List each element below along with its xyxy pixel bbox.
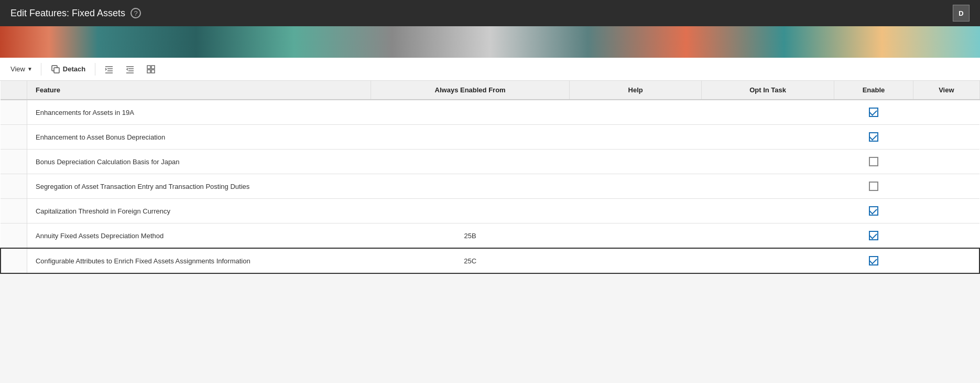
opt-in-task-cell [702, 125, 834, 150]
col-enable-header: Enable [834, 81, 913, 100]
opt-in-task-cell [702, 174, 834, 199]
toolbar: View ▼ Detach [0, 58, 980, 81]
help-cell [569, 199, 701, 224]
enable-checkbox[interactable] [869, 256, 878, 265]
svg-rect-1 [54, 68, 59, 73]
outdent-icon-button[interactable] [123, 62, 137, 77]
toolbar-separator-1 [41, 63, 41, 76]
help-cell [569, 100, 701, 125]
table-row: Configurable Attributes to Enrich Fixed … [1, 248, 979, 273]
enable-cell[interactable] [834, 100, 913, 125]
feature-name: Enhancements for Assets in 19A [27, 100, 371, 125]
opt-in-task-cell [702, 199, 834, 224]
col-view-header: View [913, 81, 979, 100]
svg-rect-12 [147, 70, 150, 73]
always-enabled-from [371, 150, 570, 174]
enable-checkbox[interactable] [869, 231, 878, 240]
help-cell [569, 174, 701, 199]
row-number [1, 150, 27, 174]
feature-name: Annuity Fixed Assets Depreciation Method [27, 224, 371, 249]
opt-in-task-cell [702, 224, 834, 249]
view-label: View [10, 65, 25, 73]
opt-in-task-cell [702, 100, 834, 125]
help-cell [569, 248, 701, 273]
col-num-header [1, 81, 27, 100]
feature-name: Segregation of Asset Transaction Entry a… [27, 174, 371, 199]
page-title: Edit Features: Fixed Assets [10, 8, 125, 19]
col-feature-header: Feature [27, 81, 371, 100]
chevron-down-icon: ▼ [27, 66, 32, 72]
always-enabled-from: 25B [371, 224, 570, 249]
always-enabled-from: 25C [371, 248, 570, 273]
table-row: Enhancements for Assets in 19A [1, 100, 979, 125]
enable-cell[interactable] [834, 125, 913, 150]
outdent-icon [125, 65, 135, 74]
toolbar-separator-2 [95, 63, 95, 76]
detach-button[interactable]: Detach [48, 63, 89, 75]
view-cell [913, 150, 979, 174]
row-number [1, 100, 27, 125]
features-table: Feature Always Enabled From Help Opt In … [0, 81, 980, 274]
table-header-row: Feature Always Enabled From Help Opt In … [1, 81, 979, 100]
view-cell [913, 199, 979, 224]
feature-name: Capitalization Threshold in Foreign Curr… [27, 199, 371, 224]
svg-rect-13 [151, 70, 155, 73]
table-row: Enhancement to Asset Bonus Depreciation [1, 125, 979, 150]
svg-rect-10 [147, 66, 150, 69]
opt-in-task-cell [702, 150, 834, 174]
help-icon[interactable]: ? [130, 8, 141, 18]
col-always-enabled-header: Always Enabled From [371, 81, 570, 100]
help-cell [569, 224, 701, 249]
grid-icon-button[interactable] [144, 62, 158, 77]
col-help-header: Help [569, 81, 701, 100]
indent-icon-button[interactable] [102, 62, 116, 77]
row-number [1, 224, 27, 249]
enable-cell[interactable] [834, 150, 913, 174]
feature-name: Enhancement to Asset Bonus Depreciation [27, 125, 371, 150]
detach-icon [51, 65, 60, 74]
opt-in-task-cell [702, 248, 834, 273]
row-number [1, 199, 27, 224]
always-enabled-from [371, 174, 570, 199]
feature-name: Configurable Attributes to Enrich Fixed … [27, 248, 371, 273]
view-cell [913, 248, 979, 273]
table-container: Feature Always Enabled From Help Opt In … [0, 81, 980, 274]
always-enabled-from [371, 199, 570, 224]
view-button[interactable]: View ▼ [8, 64, 35, 74]
col-opt-in-header: Opt In Task [702, 81, 834, 100]
enable-checkbox[interactable] [869, 206, 878, 216]
enable-checkbox[interactable] [869, 132, 878, 142]
help-cell [569, 125, 701, 150]
help-cell [569, 150, 701, 174]
grid-icon [146, 65, 156, 74]
banner [0, 26, 980, 58]
indent-icon [104, 65, 114, 74]
always-enabled-from [371, 100, 570, 125]
enable-checkbox[interactable] [869, 157, 878, 166]
enable-cell[interactable] [834, 174, 913, 199]
table-row: Capitalization Threshold in Foreign Curr… [1, 199, 979, 224]
feature-name: Bonus Depreciation Calculation Basis for… [27, 150, 371, 174]
table-row: Bonus Depreciation Calculation Basis for… [1, 150, 979, 174]
row-number [1, 174, 27, 199]
table-row: Annuity Fixed Assets Depreciation Method… [1, 224, 979, 249]
view-cell [913, 174, 979, 199]
view-cell [913, 224, 979, 249]
svg-rect-11 [151, 66, 155, 69]
enable-cell[interactable] [834, 224, 913, 249]
enable-cell[interactable] [834, 248, 913, 273]
enable-checkbox[interactable] [869, 182, 878, 191]
enable-checkbox[interactable] [869, 108, 878, 117]
view-cell [913, 125, 979, 150]
enable-cell[interactable] [834, 199, 913, 224]
row-number [1, 248, 27, 273]
title-bar: Edit Features: Fixed Assets ? D [0, 0, 980, 26]
always-enabled-from [371, 125, 570, 150]
user-avatar[interactable]: D [953, 5, 970, 22]
view-cell [913, 100, 979, 125]
row-number [1, 125, 27, 150]
detach-label: Detach [63, 65, 85, 73]
table-row: Segregation of Asset Transaction Entry a… [1, 174, 979, 199]
